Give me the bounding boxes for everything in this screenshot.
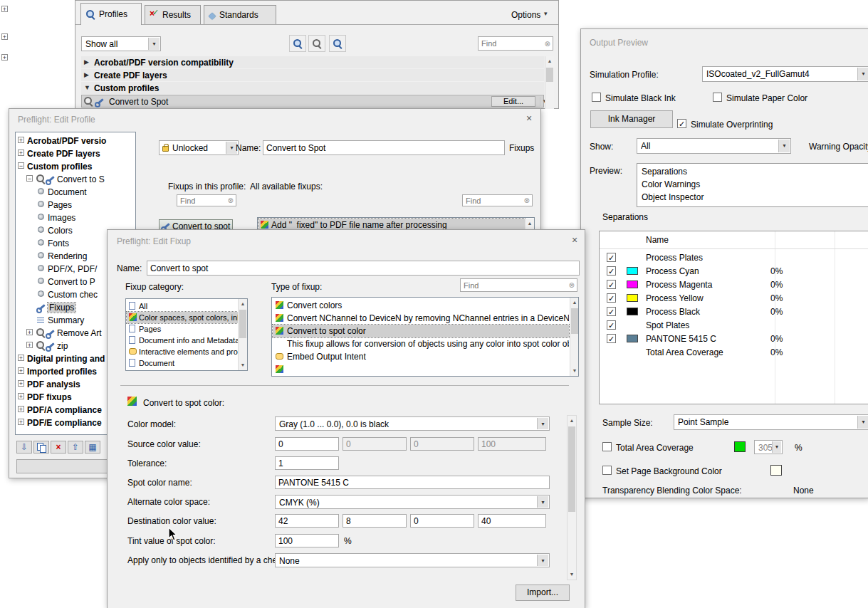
- scroll-thumb[interactable]: [568, 426, 575, 512]
- fixup-form-scrollbar[interactable]: ▲ ▼: [567, 415, 577, 580]
- scroll-down-icon[interactable]: ▼: [568, 570, 576, 580]
- scroll-up-icon[interactable]: ▲: [525, 219, 534, 229]
- simulate-black-ink-checkbox[interactable]: ✓: [592, 93, 601, 102]
- clear-search-icon[interactable]: ⊗: [524, 196, 532, 204]
- expander-collapsed-icon[interactable]: +: [18, 355, 24, 361]
- fixup-type-item-partial[interactable]: [273, 363, 569, 376]
- category-item[interactable]: Pages: [127, 323, 238, 335]
- delete-profile-button[interactable]: ×: [51, 441, 66, 454]
- fixup-type-item[interactable]: Convert colors: [273, 299, 569, 312]
- category-item-selected[interactable]: Color spaces, spot colors, inks: [127, 312, 238, 323]
- inspect-view-icon-button[interactable]: [329, 35, 346, 52]
- clear-search-icon[interactable]: ⊗: [228, 196, 236, 204]
- color-model-select[interactable]: Gray (1.0 ... 0.0), 0.0 is black ▾: [275, 416, 550, 431]
- expander-collapsed-icon[interactable]: +: [18, 137, 24, 143]
- scroll-up-icon[interactable]: ▲: [570, 298, 579, 308]
- preview-mode-item[interactable]: Object Inspector: [642, 192, 704, 202]
- tac-value-spinner[interactable]: 305 ▾: [754, 440, 783, 454]
- simulation-profile-select[interactable]: ISOcoated_v2_FullGamut4 ▾: [702, 66, 868, 82]
- separation-row[interactable]: ✓ Process Cyan 0%: [600, 265, 868, 278]
- category-item[interactable]: Interactive elements and prope: [127, 346, 238, 357]
- expander-expanded-icon[interactable]: −: [18, 162, 24, 169]
- close-icon[interactable]: ×: [572, 235, 577, 245]
- expanded-arrow-icon[interactable]: ▼: [84, 84, 90, 91]
- separation-checkbox[interactable]: ✓: [607, 307, 616, 316]
- apply-check-select[interactable]: None ▾: [275, 553, 550, 567]
- fixup-name-input[interactable]: [147, 261, 580, 276]
- profile-view-icon-button[interactable]: [289, 35, 306, 52]
- expander-collapsed-icon[interactable]: +: [18, 393, 24, 399]
- destination-color-input-3[interactable]: [410, 514, 474, 528]
- separation-row[interactable]: ✓ Process Black 0%: [600, 305, 868, 319]
- scroll-up-icon[interactable]: ▲: [568, 416, 576, 426]
- dropdown-arrow-icon[interactable]: ▾: [148, 38, 160, 50]
- tab-profiles[interactable]: Profiles: [80, 3, 142, 25]
- clear-search-icon[interactable]: ⊗: [545, 40, 553, 48]
- import-profile-button[interactable]: ⇩: [16, 441, 32, 454]
- spinner-arrow-icon[interactable]: ▾: [772, 441, 781, 453]
- bottom-action-button[interactable]: [16, 459, 110, 473]
- profile-group-row[interactable]: ▼ Custom profiles: [81, 82, 544, 94]
- options-menu[interactable]: Options: [511, 10, 540, 20]
- separation-checkbox[interactable]: ✓: [607, 266, 616, 276]
- fixup-type-item-selected[interactable]: Convert to spot color: [273, 325, 569, 337]
- profiles-find-box[interactable]: ⊗: [478, 36, 553, 51]
- export-profile-button[interactable]: ⇧: [68, 441, 83, 454]
- background-tree-expander[interactable]: +: [1, 6, 8, 12]
- separation-row[interactable]: ✓ Process Magenta 0%: [600, 278, 868, 292]
- tolerance-input[interactable]: [275, 456, 339, 470]
- expander-collapsed-icon[interactable]: +: [26, 342, 33, 348]
- separation-checkbox[interactable]: ✓: [607, 293, 616, 303]
- scroll-up-icon[interactable]: ▲: [239, 299, 247, 309]
- expander-collapsed-icon[interactable]: +: [18, 367, 24, 374]
- expander-collapsed-icon[interactable]: +: [18, 406, 24, 412]
- destination-color-input-1[interactable]: [275, 514, 339, 528]
- separation-row[interactable]: ✓ Process Yellow 0%: [600, 292, 868, 305]
- expander-collapsed-icon[interactable]: +: [18, 380, 24, 387]
- tab-results[interactable]: ×✓ Results: [145, 5, 201, 25]
- scroll-thumb[interactable]: [239, 310, 246, 338]
- fixup-type-scrollbar[interactable]: ▲ ▼: [570, 298, 579, 376]
- clear-search-icon[interactable]: ⊗: [569, 281, 577, 289]
- page-background-checkbox[interactable]: ✓: [602, 466, 612, 475]
- category-scrollbar[interactable]: ▲ ▼: [238, 299, 247, 370]
- fixup-type-find-input[interactable]: [461, 281, 569, 290]
- expander-collapsed-icon[interactable]: +: [18, 419, 24, 425]
- options-arrow-icon[interactable]: ▾: [544, 10, 548, 17]
- zoom-view-icon-button[interactable]: [308, 35, 325, 52]
- expander-collapsed-icon[interactable]: +: [18, 150, 24, 156]
- preview-mode-item[interactable]: Separations: [642, 167, 687, 177]
- category-item[interactable]: Document info and Metadata: [127, 335, 238, 346]
- background-tree-expander[interactable]: +: [1, 33, 8, 40]
- dropdown-arrow-icon[interactable]: ▾: [537, 418, 548, 429]
- dropdown-arrow-icon[interactable]: ▾: [857, 416, 868, 429]
- sample-size-select[interactable]: Point Sample ▾: [674, 414, 868, 430]
- destination-color-input-2[interactable]: [343, 514, 407, 528]
- destination-color-input-4[interactable]: [478, 514, 546, 528]
- fixup-type-find-box[interactable]: ⊗: [460, 278, 577, 292]
- separation-row[interactable]: ✓ Process Plates: [600, 251, 868, 265]
- close-icon[interactable]: ×: [526, 113, 532, 123]
- category-item[interactable]: All: [127, 300, 238, 312]
- alternate-space-select[interactable]: CMYK (%) ▾: [275, 495, 550, 509]
- dropdown-arrow-icon[interactable]: ▾: [857, 68, 868, 80]
- ink-manager-button[interactable]: Ink Manager: [590, 110, 673, 128]
- simulate-overprinting-checkbox[interactable]: ✓: [677, 119, 686, 128]
- separation-checkbox[interactable]: ✓: [607, 253, 616, 262]
- page-background-swatch[interactable]: [770, 465, 782, 476]
- expander-expanded-icon[interactable]: −: [26, 175, 33, 182]
- profile-name-input[interactable]: [263, 140, 505, 155]
- lock-state-select[interactable]: Unlocked ▾: [159, 140, 239, 155]
- dropdown-arrow-icon[interactable]: ▾: [537, 496, 548, 508]
- tint-value-input[interactable]: [275, 534, 339, 547]
- show-filter-select[interactable]: Show all ▾: [81, 36, 161, 51]
- scroll-thumb[interactable]: [571, 308, 578, 334]
- profiles-list-scrollbar[interactable]: ▲: [545, 56, 554, 109]
- scroll-thumb[interactable]: [546, 68, 553, 82]
- profile-group-row[interactable]: ▶ Acrobat/PDF version compatibility: [81, 56, 544, 68]
- spot-color-name-input[interactable]: [275, 476, 550, 489]
- fixup-type-item[interactable]: Embed Output Intent: [273, 350, 569, 363]
- simulate-paper-color-checkbox[interactable]: ✓: [713, 93, 722, 102]
- background-tree-expander[interactable]: +: [1, 54, 8, 61]
- profile-fixups-find-box[interactable]: ⊗: [177, 194, 236, 206]
